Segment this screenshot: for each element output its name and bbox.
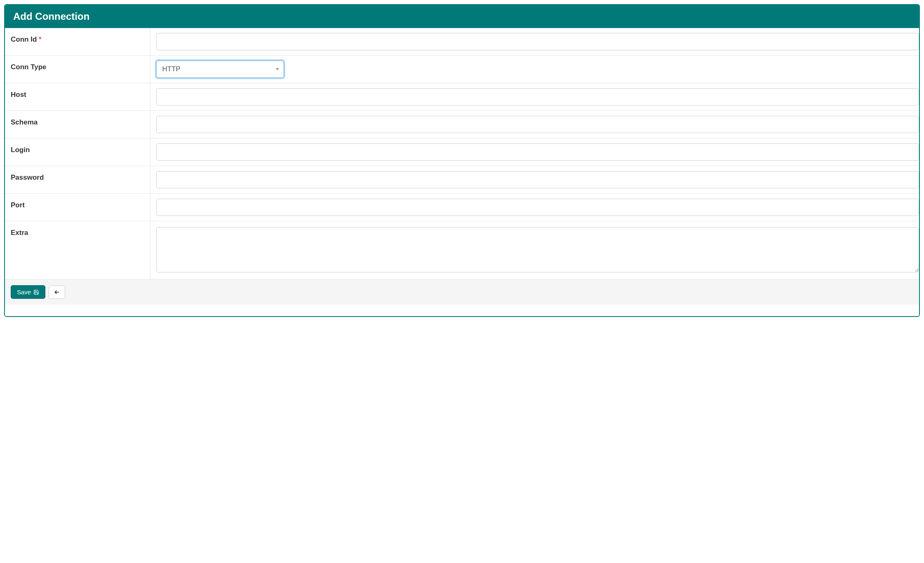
label-host: Host	[5, 83, 150, 111]
add-connection-panel: Add Connection Conn Id * Conn Type	[4, 4, 920, 317]
save-button-label: Save	[17, 289, 31, 295]
label-text-conn-id: Conn Id	[11, 35, 37, 43]
save-button[interactable]: Save	[11, 285, 45, 299]
cell-login	[150, 138, 919, 166]
row-host: Host	[5, 83, 919, 111]
cell-port	[150, 194, 919, 221]
cell-schema	[150, 111, 919, 138]
save-icon	[33, 289, 39, 295]
panel-bottom-space	[5, 305, 919, 316]
label-password: Password	[5, 166, 150, 194]
panel-footer: Save	[5, 279, 919, 305]
password-input[interactable]	[156, 171, 919, 188]
conn-type-select-wrap: HTTP	[156, 61, 284, 78]
schema-input[interactable]	[156, 116, 919, 133]
label-text-login: Login	[11, 146, 30, 154]
label-text-host: Host	[11, 91, 26, 99]
panel-title: Add Connection	[13, 11, 89, 22]
row-conn-type: Conn Type HTTP	[5, 56, 919, 83]
row-schema: Schema	[5, 111, 919, 138]
form-table: Conn Id * Conn Type HTTP	[5, 28, 919, 279]
cell-extra	[150, 221, 919, 279]
conn-type-selected: HTTP	[162, 65, 181, 73]
row-login: Login	[5, 138, 919, 166]
row-conn-id: Conn Id *	[5, 28, 919, 56]
cell-password	[150, 166, 919, 194]
login-input[interactable]	[156, 143, 919, 161]
label-text-conn-type: Conn Type	[11, 63, 47, 71]
extra-textarea[interactable]	[156, 227, 919, 272]
label-text-port: Port	[11, 201, 25, 209]
conn-type-select[interactable]: HTTP	[156, 61, 284, 78]
row-extra: Extra	[5, 221, 919, 279]
label-text-extra: Extra	[11, 229, 28, 237]
cell-conn-type: HTTP	[150, 56, 919, 83]
conn-id-input[interactable]	[156, 33, 919, 50]
label-extra: Extra	[5, 221, 150, 279]
label-login: Login	[5, 138, 150, 166]
label-port: Port	[5, 194, 150, 221]
label-text-password: Password	[11, 174, 44, 181]
row-password: Password	[5, 166, 919, 194]
label-conn-id: Conn Id *	[5, 28, 150, 56]
cell-host	[150, 83, 919, 111]
arrow-left-icon	[54, 289, 60, 295]
panel-header: Add Connection	[5, 5, 919, 28]
cell-conn-id	[150, 28, 919, 56]
label-conn-type: Conn Type	[5, 56, 150, 83]
row-port: Port	[5, 194, 919, 221]
required-marker: *	[39, 35, 42, 43]
label-schema: Schema	[5, 111, 150, 138]
back-button[interactable]	[49, 286, 65, 299]
host-input[interactable]	[156, 88, 919, 106]
port-input[interactable]	[156, 199, 919, 216]
label-text-schema: Schema	[11, 118, 38, 126]
